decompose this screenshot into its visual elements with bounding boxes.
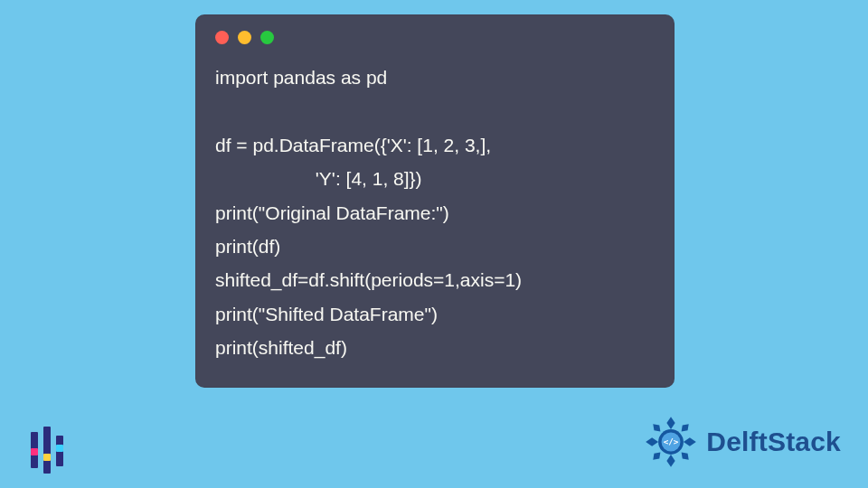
traffic-light-zoom-icon (260, 31, 274, 44)
svg-marker-1 (667, 455, 675, 467)
publisher-logo-icon (27, 427, 76, 474)
code-block: import pandas as pd df = pd.DataFrame({'… (215, 61, 655, 364)
brand-name: DelftStack (706, 427, 841, 457)
traffic-light-close-icon (215, 31, 229, 44)
brand-logo: </> DelftStack (645, 416, 841, 468)
window-traffic-lights (215, 31, 655, 44)
svg-text:</>: </> (664, 436, 679, 446)
svg-marker-3 (684, 437, 696, 446)
svg-marker-4 (654, 424, 661, 431)
svg-marker-5 (682, 424, 689, 431)
brand-medallion-icon: </> (645, 416, 697, 468)
svg-marker-6 (654, 453, 661, 460)
svg-marker-7 (682, 453, 689, 460)
code-window: import pandas as pd df = pd.DataFrame({'… (195, 14, 675, 388)
svg-marker-2 (646, 437, 658, 446)
svg-marker-0 (667, 417, 675, 429)
traffic-light-minimize-icon (238, 31, 251, 44)
